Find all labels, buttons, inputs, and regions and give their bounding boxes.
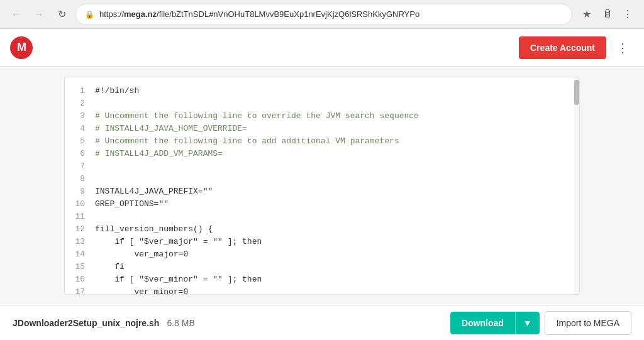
download-group: Download ▼ — [450, 312, 540, 334]
url-domain: mega.nz — [124, 9, 157, 19]
line-number: 15 — [65, 261, 95, 273]
line-number: 2 — [65, 97, 95, 110]
code-viewer: 1#!/bin/sh23# Uncomment the following li… — [64, 77, 580, 295]
code-line: 5# Uncomment the following line to add a… — [65, 135, 579, 148]
code-line: 13 if [ "$ver_major" = "" ]; then — [65, 236, 579, 248]
code-line: 14 ver_major=0 — [65, 248, 579, 261]
footer-bar: JDownloader2Setup_unix_nojre.sh 6.8 MB D… — [0, 305, 644, 340]
import-to-mega-button[interactable]: Import to MEGA — [545, 311, 631, 335]
file-size: 6.8 MB — [167, 318, 194, 328]
line-code: fi — [95, 261, 125, 273]
line-code: if [ "$ver_major" = "" ]; then — [95, 236, 262, 248]
line-code: # Uncomment the following line to add ad… — [95, 135, 399, 148]
code-content: 1#!/bin/sh23# Uncomment the following li… — [65, 77, 579, 294]
line-number: 9 — [65, 185, 95, 198]
browser-chrome: ← → ↻ 🔒 https://mega.nz/file/bZtTnSDL#nV… — [0, 0, 644, 29]
extensions-button[interactable]: 🛢 — [599, 6, 616, 23]
browser-actions: 🛢 ⋮ — [599, 6, 636, 23]
line-number: 5 — [65, 135, 95, 148]
code-line: 12fill_version_numbers() { — [65, 223, 579, 236]
forward-button[interactable]: → — [30, 6, 48, 23]
line-code: ver_minor=0 — [95, 286, 188, 294]
line-number: 16 — [65, 273, 95, 286]
footer-actions: Download ▼ Import to MEGA — [450, 311, 631, 335]
line-number: 6 — [65, 148, 95, 160]
main-content: 1#!/bin/sh23# Uncomment the following li… — [0, 67, 644, 305]
download-button[interactable]: Download — [450, 312, 516, 334]
scrollbar-track[interactable] — [574, 77, 579, 294]
more-options-button[interactable]: ⋮ — [611, 38, 634, 58]
code-line: 9INSTALL4J_JAVA_PREFIX="" — [65, 185, 579, 198]
file-info: JDownloader2Setup_unix_nojre.sh 6.8 MB — [13, 318, 195, 328]
code-line: 15 fi — [65, 261, 579, 273]
line-code: # INSTALL4J_JAVA_HOME_OVERRIDE= — [95, 123, 247, 135]
file-name: JDownloader2Setup_unix_nojre.sh — [13, 318, 159, 328]
line-number: 3 — [65, 110, 95, 123]
code-line: 2 — [65, 97, 579, 110]
code-line: 7 — [65, 160, 579, 173]
line-code: GREP_OPTIONS="" — [95, 198, 169, 211]
line-code: #!/bin/sh — [95, 85, 139, 97]
code-line: 8 — [65, 173, 579, 185]
line-code: INSTALL4J_JAVA_PREFIX="" — [95, 185, 213, 198]
url-text: https://mega.nz/file/bZtTnSDL#nVnOHuT8LM… — [99, 9, 563, 19]
code-line: 3# Uncomment the following line to overr… — [65, 110, 579, 123]
line-code: fill_version_numbers() { — [95, 223, 213, 236]
create-account-button[interactable]: Create Account — [519, 36, 606, 59]
code-line: 17 ver_minor=0 — [65, 286, 579, 294]
mega-logo[interactable]: M — [10, 36, 33, 59]
download-dropdown-button[interactable]: ▼ — [516, 312, 540, 334]
line-number: 10 — [65, 198, 95, 211]
code-line: 16 if [ "$ver_minor" = "" ]; then — [65, 273, 579, 286]
line-number: 1 — [65, 85, 95, 97]
url-path: /file/bZtTnSDL#nVnOHuT8LMvvB9EuXp1nrEvjK… — [157, 9, 419, 19]
code-line: 6# INSTALL4J_ADD_VM_PARAMS= — [65, 148, 579, 160]
scrollbar-thumb[interactable] — [574, 80, 579, 105]
line-code: if [ "$ver_minor" = "" ]; then — [95, 273, 262, 286]
logo-text: M — [17, 41, 26, 54]
app-bar-right: Create Account ⋮ — [519, 36, 634, 59]
line-number: 13 — [65, 236, 95, 248]
line-code: # Uncomment the following line to overri… — [95, 110, 419, 123]
line-code: ver_major=0 — [95, 248, 188, 261]
code-line: 10GREP_OPTIONS="" — [65, 198, 579, 211]
line-number: 12 — [65, 223, 95, 236]
lock-icon: 🔒 — [85, 10, 94, 19]
line-number: 17 — [65, 286, 95, 294]
line-number: 7 — [65, 160, 95, 173]
app-bar: M Create Account ⋮ — [0, 29, 644, 67]
code-line: 1#!/bin/sh — [65, 85, 579, 97]
address-bar[interactable]: 🔒 https://mega.nz/file/bZtTnSDL#nVnOHuT8… — [75, 4, 572, 25]
line-number: 11 — [65, 211, 95, 223]
back-button[interactable]: ← — [8, 6, 25, 23]
line-number: 4 — [65, 123, 95, 135]
code-line: 11 — [65, 211, 579, 223]
line-number: 14 — [65, 248, 95, 261]
bookmark-button[interactable]: ★ — [580, 6, 594, 23]
line-number: 8 — [65, 173, 95, 185]
menu-button[interactable]: ⋮ — [619, 6, 636, 23]
code-line: 4# INSTALL4J_JAVA_HOME_OVERRIDE= — [65, 123, 579, 135]
line-code: # INSTALL4J_ADD_VM_PARAMS= — [95, 148, 223, 160]
reload-button[interactable]: ↻ — [53, 6, 70, 23]
